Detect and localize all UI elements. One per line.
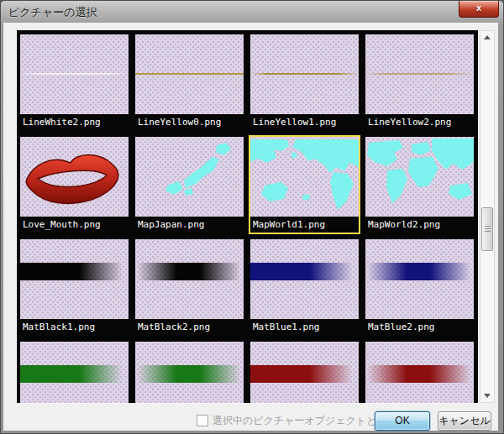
ok-button[interactable]: OK [375,411,430,431]
thumbnail [365,34,474,114]
thumbnail [135,239,244,319]
thumbnail [135,34,244,114]
thumbnail [365,239,474,319]
picture-filename: MapWorld1.png [250,217,359,233]
dialog-client-area: LineWhite2.png LineYellow0.png LineYello… [3,23,498,431]
gradient-bar [365,365,474,383]
dialog-title: ピクチャーの選択 [8,5,97,20]
lips-image [20,137,129,217]
thumbnail [20,34,129,114]
picture-cell[interactable] [249,340,360,403]
japan-map-image [135,137,244,217]
picture-filename: MatBlue1.png [250,319,359,335]
thumbnail [250,239,359,319]
picture-filename: MapJapan.png [135,217,244,233]
scroll-down-button[interactable] [480,389,494,402]
cancel-button[interactable]: キャンセル [438,411,491,431]
change-selected-object-checkbox[interactable] [197,415,208,426]
picture-filename: MatBlack1.png [20,319,129,335]
checkbox-label: 選択中のピクチャーオブジェクトと変更 [213,414,396,428]
thumbnail [365,137,474,217]
scrollbar[interactable] [480,30,495,403]
picture-filename: MatBlack2.png [135,319,244,335]
picture-cell[interactable]: MatBlack1.png [18,238,130,337]
gradient-bar [250,365,359,383]
thumbnail [250,342,359,403]
thumbnail [20,137,129,217]
yellow-line-graphic [365,73,474,75]
dialog-window: ピクチャーの選択 x LineWhite2.png LineYellow0.pn… [0,0,504,434]
world-map-image [365,137,474,217]
thumbnail [250,137,359,217]
gradient-bar [250,263,359,280]
picture-filename: MapWorld2.png [365,217,474,233]
gradient-bar [365,263,474,280]
picture-cell[interactable] [364,340,475,403]
picture-grid: LineWhite2.png LineYellow0.png LineYello… [17,30,478,403]
picture-filename: LineYellow2.png [365,114,474,130]
picture-cell[interactable]: MapWorld2.png [364,135,475,234]
thumbnail [365,342,474,403]
thumbnail [20,239,129,319]
picture-cell[interactable]: MatBlack2.png [134,238,245,337]
scroll-up-button[interactable] [480,31,494,44]
picture-cell[interactable]: LineWhite2.png [18,33,130,132]
close-button[interactable]: x [459,1,499,18]
picture-cell[interactable]: LineYellow1.png [249,33,360,132]
thumbnail [135,137,244,217]
thumbnail [20,342,129,403]
picture-filename: LineYellow0.png [135,114,244,130]
thumbnail [250,34,359,114]
world-map-image [250,137,359,217]
picture-filename: Love_Mouth.png [20,217,129,233]
picture-cell[interactable] [18,340,130,403]
thumbnail [135,342,244,403]
picture-cell-selected[interactable]: MapWorld1.png [249,135,360,234]
gradient-bar [20,263,129,280]
arrow-down-icon [484,394,491,398]
yellow-line-graphic [135,73,244,75]
picture-filename: LineYellow1.png [250,114,359,130]
picture-filename: LineWhite2.png [20,114,129,130]
white-line-graphic [20,73,129,75]
scrollbar-thumb[interactable] [481,207,493,251]
picture-cell[interactable]: Love_Mouth.png [18,135,130,234]
gradient-bar [135,263,244,280]
picture-cell[interactable] [134,340,245,403]
picture-cell[interactable]: MatBlue1.png [249,238,360,337]
picture-cell[interactable]: LineYellow0.png [134,33,245,132]
picture-cell[interactable]: MapJapan.png [134,135,245,234]
arrow-up-icon [484,35,491,39]
gradient-bar [20,365,129,383]
yellow-line-graphic [250,73,359,75]
scrollbar-grip-icon [485,226,491,233]
title-bar: ピクチャーの選択 x [1,1,503,23]
close-icon: x [476,3,481,13]
picture-cell[interactable]: LineYellow2.png [364,33,475,132]
picture-filename: MatBlue2.png [365,319,474,335]
picture-cell[interactable]: MatBlue2.png [364,238,475,337]
gradient-bar [135,365,244,383]
